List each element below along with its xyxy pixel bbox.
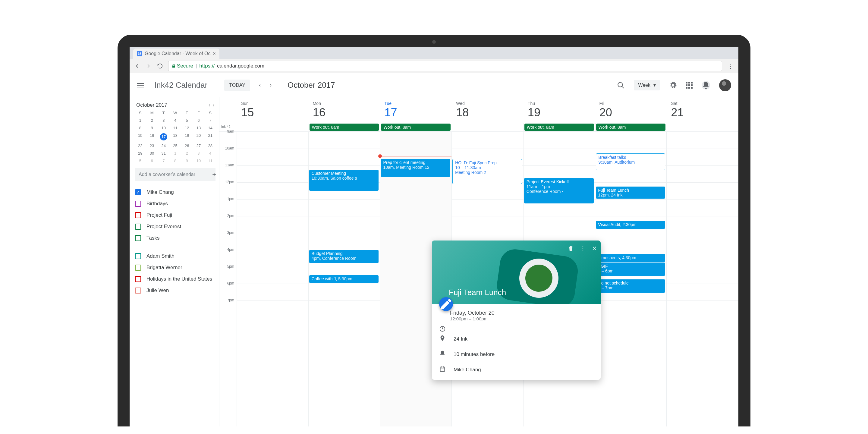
mini-cal-day[interactable]: 11 xyxy=(169,126,181,130)
mini-cal-day[interactable]: 26 xyxy=(181,144,193,148)
checkbox[interactable] xyxy=(135,276,141,282)
mini-cal-day[interactable]: 28 xyxy=(204,144,216,148)
mini-cal-day[interactable]: 27 xyxy=(193,144,205,148)
more-icon[interactable]: ⋮ xyxy=(580,245,586,252)
mini-cal-day[interactable]: 30 xyxy=(146,151,158,156)
mini-cal-day[interactable]: 15 xyxy=(134,133,146,141)
mini-cal-day[interactable]: 21 xyxy=(204,133,216,141)
mini-cal-day[interactable]: 1 xyxy=(134,118,146,123)
browser-menu-icon[interactable]: ⋮ xyxy=(727,62,734,70)
day-header[interactable]: Fri20 xyxy=(595,97,667,123)
checkbox[interactable] xyxy=(135,212,141,218)
mini-cal-day[interactable]: 9 xyxy=(181,158,193,163)
prev-week-icon[interactable]: ‹ xyxy=(255,81,265,90)
mini-cal-day[interactable]: 1 xyxy=(169,151,181,156)
calendar-event[interactable]: Budget Planning4pm, Conference Room xyxy=(309,250,379,263)
calendar-item[interactable]: Mike Chang xyxy=(135,187,216,198)
checkbox[interactable] xyxy=(135,201,141,207)
mini-cal-day[interactable]: 6 xyxy=(193,118,205,123)
close-icon[interactable]: ✕ xyxy=(592,245,597,252)
calendar-item[interactable]: Birthdays xyxy=(135,198,216,210)
day-column[interactable]: Customer Meeting10:30am, Salon coffee sB… xyxy=(309,132,380,427)
calendar-event[interactable]: Project Everest Kickoff11am – 1pmConfere… xyxy=(524,178,594,204)
browser-tab[interactable]: 16 Google Calendar - Week of Oc × xyxy=(133,49,219,59)
day-header[interactable]: Wed18 xyxy=(452,97,524,123)
mini-cal-day[interactable]: 14 xyxy=(204,126,216,130)
forward-icon[interactable] xyxy=(145,63,152,69)
search-icon[interactable] xyxy=(617,82,625,89)
allday-event[interactable]: Work out, 8am xyxy=(524,124,594,131)
calendar-item[interactable]: Project Fuji xyxy=(135,210,216,221)
mini-cal-day[interactable]: 5 xyxy=(134,158,146,163)
day-header[interactable]: Tue17 xyxy=(380,97,452,123)
day-header[interactable]: Mon16 xyxy=(309,97,380,123)
view-selector[interactable]: Week▾ xyxy=(634,80,660,90)
mini-cal-day[interactable]: 8 xyxy=(134,126,146,130)
calendar-event[interactable]: Prep for client meeting10am, Meeting Roo… xyxy=(381,159,450,177)
avatar[interactable] xyxy=(719,79,731,91)
mini-cal-day[interactable]: 31 xyxy=(158,151,169,156)
mini-cal-day[interactable]: 10 xyxy=(158,126,169,130)
allday-event[interactable]: Work out, 8am xyxy=(381,124,451,131)
gear-icon[interactable] xyxy=(669,82,677,89)
mini-next-icon[interactable]: › xyxy=(213,102,214,108)
day-header[interactable]: Sun15 xyxy=(237,97,309,123)
reload-icon[interactable] xyxy=(157,63,163,69)
day-header[interactable]: Sat21 xyxy=(667,97,738,123)
mini-cal-day[interactable]: 7 xyxy=(158,158,169,163)
delete-icon[interactable] xyxy=(568,245,574,252)
calendar-event[interactable]: Do not schedule6 – 7pm xyxy=(596,279,665,293)
checkbox[interactable] xyxy=(135,235,141,241)
day-column[interactable]: Breakfast talks9:30am, AuditoriumFuji Te… xyxy=(595,132,667,427)
calendar-event[interactable]: Fuji Team Lunch12pm, 24 Ink xyxy=(596,187,665,198)
mini-cal-day[interactable]: 24 xyxy=(158,144,169,148)
calendar-event[interactable]: Timesheets, 4:30pm xyxy=(596,254,665,262)
tab-close-icon[interactable]: × xyxy=(213,51,216,56)
mini-cal-day[interactable]: 16 xyxy=(146,133,158,141)
add-coworker-input[interactable]: Add a coworker's calendar+ xyxy=(135,168,216,181)
mini-cal-day[interactable]: 6 xyxy=(146,158,158,163)
mini-cal-day[interactable]: 8 xyxy=(169,158,181,163)
checkbox[interactable] xyxy=(135,253,141,259)
calendar-event[interactable]: Customer Meeting10:30am, Salon coffee s xyxy=(309,170,379,191)
menu-icon[interactable] xyxy=(137,82,144,89)
mini-cal-day[interactable]: 22 xyxy=(134,144,146,148)
mini-cal-day[interactable]: 7 xyxy=(204,118,216,123)
mini-cal-day[interactable]: 29 xyxy=(134,151,146,156)
next-week-icon[interactable]: › xyxy=(266,81,276,90)
mini-cal-day[interactable]: 18 xyxy=(169,133,181,141)
mini-cal-day[interactable]: 4 xyxy=(169,118,181,123)
allday-event[interactable]: Work out, 8am xyxy=(596,124,666,131)
calendar-event[interactable]: Visual Audit, 2:30pm xyxy=(596,221,665,229)
day-column[interactable] xyxy=(667,132,738,427)
mini-cal-day[interactable]: 19 xyxy=(181,133,193,141)
calendar-item[interactable]: Holidays in the United States xyxy=(135,273,216,285)
mini-cal-day[interactable]: 4 xyxy=(204,151,216,156)
calendar-item[interactable]: Brigatta Werner xyxy=(135,262,216,273)
address-bar[interactable]: Secure | https://calendar.google.com xyxy=(168,61,722,71)
mini-cal-day[interactable]: 12 xyxy=(181,126,193,130)
mini-calendar[interactable]: SMTWTFS123456789101112131415161718192021… xyxy=(133,111,217,168)
mini-cal-day[interactable]: 23 xyxy=(146,144,158,148)
mini-cal-day[interactable]: 13 xyxy=(193,126,205,130)
checkbox[interactable] xyxy=(135,224,141,230)
day-header[interactable]: Thu19 xyxy=(524,97,595,123)
calendar-event[interactable]: Coffee with J, 5:30pm xyxy=(309,275,379,283)
calendar-item[interactable]: Project Everest xyxy=(135,221,216,232)
mini-cal-day[interactable]: 10 xyxy=(193,158,205,163)
mini-cal-day[interactable]: 25 xyxy=(169,144,181,148)
mini-cal-day[interactable]: 11 xyxy=(204,158,216,163)
calendar-event[interactable]: HOLD: Fuji Sync Prep10 – 11:30amMeeting … xyxy=(453,159,522,184)
checkbox[interactable] xyxy=(135,189,141,195)
calendar-item[interactable]: Adam Smith xyxy=(135,250,216,262)
plus-icon[interactable]: + xyxy=(212,170,216,179)
back-icon[interactable] xyxy=(134,63,141,69)
mini-cal-day[interactable]: 9 xyxy=(146,126,158,130)
calendar-event[interactable]: TGIF5 – 6pm xyxy=(596,262,665,276)
mini-cal-day[interactable]: 3 xyxy=(193,151,205,156)
mini-cal-day[interactable]: 2 xyxy=(181,151,193,156)
mini-cal-day[interactable]: 5 xyxy=(181,118,193,123)
bell-icon[interactable] xyxy=(702,81,710,90)
checkbox[interactable] xyxy=(135,265,141,271)
calendar-item[interactable]: Julie Wen xyxy=(135,285,216,296)
